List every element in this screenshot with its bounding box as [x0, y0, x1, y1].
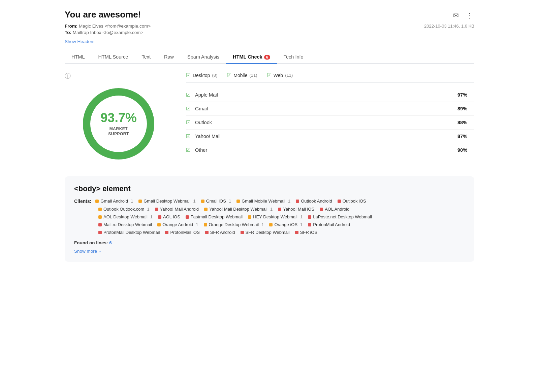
list-item: Yahoo! Mail Desktop Webmail 1 [204, 207, 273, 212]
list-item: Orange iOS 1 [269, 222, 303, 227]
tab-raw[interactable]: Raw [157, 51, 181, 64]
client-apple-mail: ☑ Apple Mail 97% [186, 88, 474, 102]
dot-icon [320, 208, 323, 211]
dot-icon [236, 200, 240, 203]
tab-tech-info[interactable]: Tech Info [277, 51, 310, 64]
dot-icon [158, 215, 161, 219]
show-headers-button[interactable]: Show Headers [65, 39, 95, 44]
other-check: ☑ [186, 147, 190, 153]
dot-icon [165, 231, 168, 234]
list-item: AOL Android [320, 207, 349, 212]
list-item: HEY Desktop Webmail 1 [248, 214, 303, 219]
list-item: Yahoo! Mail iOS [278, 207, 314, 212]
email-date: 2022-10-03 11:46, 1.6 KB [424, 24, 474, 29]
list-item: SFR Android [205, 230, 235, 235]
client-gmail: ☑ Gmail 89% [186, 102, 474, 116]
list-item: Fastmail Desktop Webmail [186, 214, 243, 219]
mobile-check-icon: ☑ [227, 72, 231, 78]
list-item: AOL iOS [158, 214, 180, 219]
list-item: ProtonMail iOS [165, 230, 199, 235]
info-icon[interactable]: ⓘ [65, 72, 71, 80]
dot-icon [155, 208, 158, 211]
clients-list: Gmail Android 1 Gmail Desktop Webmail 1 … [95, 199, 371, 204]
chevron-down-icon: ⌄ [98, 249, 101, 253]
dot-icon [95, 200, 99, 203]
list-item: Gmail iOS 1 [201, 199, 231, 204]
market-support-percent: 93.7% [100, 111, 137, 125]
from-row: From: Magic Elves <from@example.com> [65, 24, 151, 29]
dot-icon [278, 208, 281, 211]
clients-list-row3: AOL Desktop Webmail 1 AOL iOS Fastmail D… [74, 214, 465, 219]
tab-text[interactable]: Text [135, 51, 157, 64]
more-options-button[interactable]: ⋮ [465, 11, 474, 20]
tab-html-source[interactable]: HTML Source [91, 51, 135, 64]
email-forward-button[interactable]: ✉ [452, 11, 460, 20]
list-item: SFR Desktop Webmail [241, 230, 290, 235]
tab-html-check[interactable]: HTML Check6 [226, 51, 277, 64]
gmail-check: ☑ [186, 106, 190, 112]
dot-icon [338, 200, 341, 203]
desktop-check-icon: ☑ [186, 72, 191, 78]
body-element-section: <body> element Clients: Gmail Android 1 … [65, 176, 474, 262]
list-item: ProtonMail Desktop Webmail [98, 230, 160, 235]
list-item: SFR iOS [295, 230, 317, 235]
to-row: To: Mailtrap Inbox <to@example.com> [65, 30, 151, 35]
client-yahoo-mail: ☑ Yahoo! Mail 87% [186, 130, 474, 143]
list-item: Outlook Outlook.com 1 [98, 207, 150, 212]
dot-icon [98, 231, 102, 234]
dot-icon [138, 200, 142, 203]
client-filter-row: ☑ Desktop (8) ☑ Mobile (11) ☑ Web (11) [186, 72, 474, 83]
web-check-icon: ☑ [267, 72, 272, 78]
clients-list-row5: ProtonMail Desktop Webmail ProtonMail iO… [74, 230, 465, 235]
market-support-chart: 93.7% MARKETSUPPORT [78, 83, 159, 164]
dot-icon [295, 231, 298, 234]
show-more-button[interactable]: Show more ⌄ [74, 249, 101, 254]
tab-spam-analysis[interactable]: Spam Analysis [181, 51, 226, 64]
list-item: Outlook iOS [338, 199, 366, 204]
clients-list-row4: Mail.ru Desktop Webmail Orange Android 1… [74, 222, 465, 227]
email-title: You are awesome! [65, 9, 141, 20]
dot-icon [186, 215, 189, 219]
list-item: Gmail Desktop Webmail 1 [138, 199, 195, 204]
dot-icon [241, 231, 244, 234]
html-check-badge: 6 [264, 55, 270, 60]
client-other: ☑ Other 90% [186, 143, 474, 157]
client-outlook: ☑ Outlook 88% [186, 116, 474, 130]
dot-icon [308, 215, 311, 219]
list-item: Orange Desktop Webmail 1 [204, 222, 264, 227]
clients-label: Clients: [74, 199, 91, 204]
dot-icon [308, 223, 311, 226]
list-item: Orange Android 1 [157, 222, 198, 227]
filter-desktop[interactable]: ☑ Desktop (8) [186, 72, 217, 78]
dot-icon [98, 208, 102, 211]
list-item: Mail.ru Desktop Webmail [98, 222, 152, 227]
dot-icon [98, 223, 102, 226]
dot-icon [204, 223, 207, 226]
dot-icon [248, 215, 251, 219]
list-item: Outlook Android [296, 199, 332, 204]
list-item: ProtonMail Android [308, 222, 350, 227]
list-item: Yahoo! Mail Android [155, 207, 199, 212]
dot-icon [296, 200, 299, 203]
market-support-label: MARKETSUPPORT [100, 126, 137, 137]
found-lines: Found on lines: 6 [74, 240, 465, 245]
list-item: AOL Desktop Webmail 1 [98, 214, 153, 219]
tab-bar: HTML HTML Source Text Raw Spam Analysis … [65, 51, 474, 64]
clients-list-row2: Outlook Outlook.com 1 Yahoo! Mail Androi… [74, 207, 465, 212]
dot-icon [201, 200, 204, 203]
outlook-check: ☑ [186, 119, 190, 126]
tab-html[interactable]: HTML [65, 51, 91, 64]
apple-mail-check: ☑ [186, 92, 190, 98]
dot-icon [157, 223, 161, 226]
list-item: Gmail Mobile Webmail 1 [236, 199, 290, 204]
filter-mobile[interactable]: ☑ Mobile (11) [227, 72, 257, 78]
list-item: LaPoste.net Desktop Webmail [308, 214, 372, 219]
list-item: Gmail Android 1 [95, 199, 133, 204]
dot-icon [204, 208, 208, 211]
dot-icon [98, 215, 102, 219]
body-element-title: <body> element [74, 184, 465, 193]
dot-icon [205, 231, 209, 234]
dot-icon [269, 223, 273, 226]
yahoo-check: ☑ [186, 133, 190, 139]
filter-web[interactable]: ☑ Web (11) [267, 72, 293, 78]
